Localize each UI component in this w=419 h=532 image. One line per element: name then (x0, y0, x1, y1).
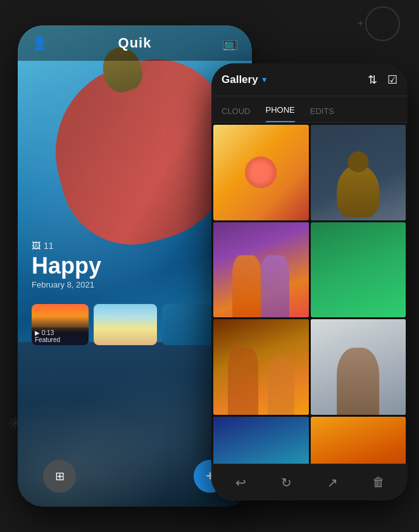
story-date: February 8, 2021 (32, 280, 101, 289)
bottom-back-icon[interactable]: ↩ (227, 469, 254, 497)
left-header: 👤 Quik 📺 (18, 25, 252, 61)
plus-text: + (358, 18, 363, 28)
grid-button[interactable]: ⊞ (43, 460, 76, 493)
tab-phone[interactable]: PHONE (266, 105, 295, 122)
photo-count-badge: 🖼 11 (32, 241, 101, 251)
thumb-overlay-1: ▶ 0:13 Featured (32, 327, 89, 345)
phone-right-inner: Gallery ▼ ⇅ ☑ CLOUD PHONE EDITS (211, 63, 408, 500)
bottom-share-icon[interactable]: ↗ (318, 469, 346, 497)
gallery-header-icons: ⇅ ☑ (368, 73, 397, 87)
gallery-content (211, 123, 408, 500)
photo-4[interactable] (311, 222, 406, 318)
story-title: Happy (32, 255, 101, 277)
photo-3[interactable] (213, 222, 309, 318)
bottom-refresh-icon[interactable]: ↻ (273, 469, 301, 497)
thumb-duration: ▶ 0:13 (35, 329, 85, 336)
thumbnail-3[interactable] (162, 304, 219, 345)
photo-count: 11 (44, 241, 54, 251)
hero-info: 🖼 11 Happy February 8, 2021 (32, 241, 101, 289)
gallery-header: Gallery ▼ ⇅ ☑ (211, 63, 408, 96)
photo-grid (211, 123, 408, 500)
profile-icon[interactable]: 👤 (32, 35, 47, 51)
app-title: Quik (118, 35, 152, 51)
gallery-bottom-bar: ↩ ↻ ↗ 🗑 (211, 464, 408, 500)
gallery-tabs: CLOUD PHONE EDITS (211, 96, 408, 123)
thumbnail-row: ▶ 0:13 Featured (32, 304, 238, 345)
phone-right: Gallery ▼ ⇅ ☑ CLOUD PHONE EDITS (211, 63, 408, 500)
photo-6[interactable] (311, 319, 406, 415)
photo-1[interactable] (213, 125, 309, 220)
gallery-caret-icon: ▼ (261, 75, 268, 84)
tab-edits[interactable]: EDITS (310, 106, 334, 122)
photo-5[interactable] (213, 319, 309, 415)
photo-2[interactable] (311, 125, 406, 220)
photo-icon: 🖼 (32, 241, 41, 251)
bottom-delete-icon[interactable]: 🗑 (365, 469, 392, 497)
tab-cloud[interactable]: CLOUD (222, 106, 251, 122)
thumbnail-2[interactable] (94, 304, 157, 345)
gallery-title-area[interactable]: Gallery ▼ (222, 73, 268, 86)
deco-circle (365, 6, 400, 41)
gallery-title-text: Gallery (222, 73, 258, 86)
grid-icon: ⊞ (55, 469, 65, 483)
thumbnail-1[interactable]: ▶ 0:13 Featured (32, 304, 89, 345)
scene: + 👤 Quik 📺 🖼 11 Happy Fe (0, 0, 419, 532)
deco-plus: + (358, 18, 363, 29)
select-icon[interactable]: ☑ (387, 73, 397, 87)
thumb-label: Featured (35, 336, 85, 343)
thumb-bg-beach (94, 304, 157, 345)
cast-icon[interactable]: 📺 (222, 35, 238, 51)
sort-icon[interactable]: ⇅ (368, 73, 377, 87)
thumb-bg-ocean (162, 304, 219, 345)
